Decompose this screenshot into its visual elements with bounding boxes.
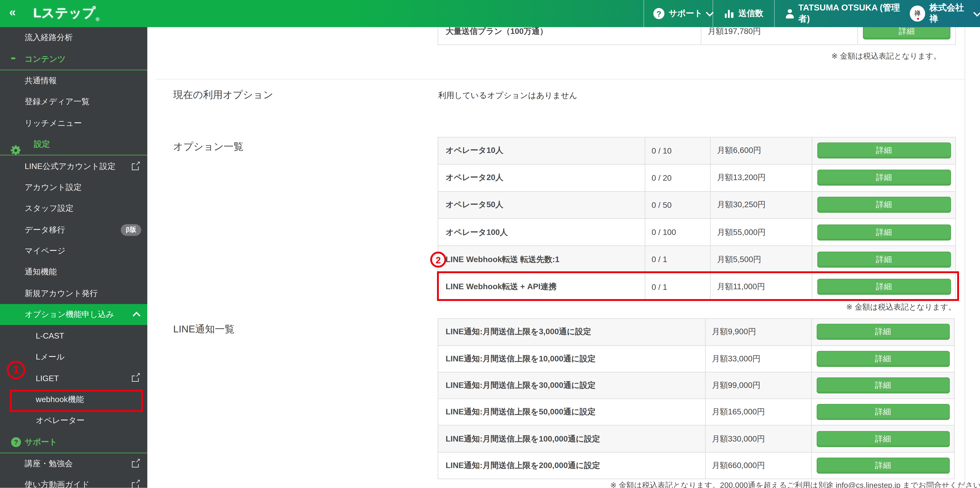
detail-button[interactable]: 詳細 [817,142,951,158]
detail-button[interactable]: 詳細 [816,377,950,394]
sidebar-section-contents: コンテンツ [0,48,147,70]
question-icon: ? [11,437,21,447]
detail-button[interactable]: 詳細 [816,458,950,474]
send-count-menu[interactable]: 送信数 [725,0,764,27]
row-name: LINE通知:月間送信上限を200,000通に設定 [438,460,705,471]
option-list-label: オプション一覧 [173,140,243,153]
row-name: LINE通知:月間送信上限を10,000通に設定 [438,353,705,364]
sidebar-item-rich-menu[interactable]: リッチメニュー [0,113,147,134]
row-price: 月額9,900円 [706,327,811,338]
table-row: LINE通知:月間送信上限を30,000通に設定 月額99,000円 詳細 [438,372,955,399]
detail-button[interactable]: 詳細 [816,351,950,367]
sidebar-item-option-application[interactable]: オプション機能申し込み [0,304,147,325]
page: 大量送信プラン（100万通） 月額197,780円 詳細 ※ 金額は税込表記とな… [0,0,980,488]
sidebar-item-my-page[interactable]: マイページ [0,241,147,262]
chevron-up-icon [132,312,140,320]
detail-button[interactable]: 詳細 [817,170,951,186]
row-price: 月額330,000円 [706,433,811,445]
person-icon [785,9,794,18]
table-row: LINE通知:月間送信上限を50,000通に設定 月額165,000円 詳細 [438,399,955,426]
sidebar-section-support: ? サポート [0,431,147,453]
table-row: オペレータ20人 0 / 20 月額13,200円 詳細 [438,164,956,191]
account-menu[interactable]: TATSUMA OTSUKA (管理者) 禅 株式会社禅 [785,0,980,27]
row-price: 月額6,600円 [711,145,812,156]
row-price: 月額660,000円 [706,460,811,471]
sidebar-item-common-info[interactable]: 共通情報 [0,70,147,91]
annotation-circle-1: 1 [7,361,25,379]
row-name: LINE通知:月間送信上限を100,000通に設定 [438,433,705,445]
sidebar-item-seminar[interactable]: 講座・勉強会 ↗ [0,453,147,474]
annotation-circle-2: 2 [430,252,446,268]
current-option-value: 利用しているオプションはありません [438,90,578,101]
row-price: 月額165,000円 [706,407,811,418]
detail-button[interactable]: 詳細 [816,431,950,447]
detail-button[interactable]: 詳細 [817,197,951,213]
top-bar: « Lステップ® ? サポート 送信数 TATSUMA OTSUKA (管理者)… [0,0,980,27]
row-usage: 0 / 50 [645,201,710,210]
main-content: 大量送信プラン（100万通） 月額197,780円 詳細 ※ 金額は税込表記とな… [147,0,980,488]
sidebar-item-staff-settings[interactable]: スタッフ設定 [0,198,147,219]
external-link-icon: ↗ [132,481,139,488]
external-link-icon: ↗ [132,460,139,467]
table-row: LINE通知:月間送信上限を200,000通に設定 月額660,000円 詳細 [438,452,955,479]
bottom-note: ※ 金額は税込表記となります。200,000通を超えるご利用は別途 info@c… [610,480,980,488]
row-name: LINE通知:月間送信上限を30,000通に設定 [438,380,705,391]
tax-note-top: ※ 金額は税込表記となります。 [831,51,941,62]
sidebar-item-operator[interactable]: オペレーター [0,410,147,431]
sidebar-item-inflow-analysis[interactable]: 流入経路分析 [0,27,147,48]
table-row: LINE通知:月間送信上限を100,000通に設定 月額330,000円 詳細 [438,426,955,452]
row-name: オペレータ100人 [438,227,645,238]
detail-button[interactable]: 詳細 [817,252,951,268]
gear-icon [11,146,20,155]
row-usage: 0 / 20 [645,173,710,182]
row-price: 月額13,200円 [711,172,812,183]
question-icon: ? [653,8,664,19]
content-right-border [964,27,965,488]
beta-badge: β版 [121,224,141,236]
row-name: LINE Webhook転送 転送先数:1 [438,254,645,265]
detail-button[interactable]: 詳細 [816,404,950,420]
sidebar: 流入経路分析 コンテンツ 共通情報 登録メディア一覧 リッチメニュー 設定 LI… [0,27,147,488]
line-notify-label: LINE通知一覧 [173,323,235,336]
sidebar-item-media-list[interactable]: 登録メディア一覧 [0,91,147,113]
row-name: オペレータ20人 [438,172,645,183]
row-name: LINE通知:月間送信上限を50,000通に設定 [438,407,705,418]
sidebar-item-line-official-settings[interactable]: LINE公式アカウント設定 ↗ [0,156,147,177]
plan-price: 月額197,780円 [702,26,858,37]
row-price: 月額99,000円 [706,380,811,391]
row-name: LINE通知:月間送信上限を3,000通に設定 [438,327,705,338]
sidebar-item-notification[interactable]: 通知機能 [0,262,147,283]
table-row: LINE通知:月間送信上限を3,000通に設定 月額9,900円 詳細 [438,319,955,345]
external-link-icon: ↗ [132,375,139,382]
row-price: 月額5,500円 [711,254,812,265]
row-name: オペレータ50人 [438,199,645,211]
sidebar-item-data-migration[interactable]: データ移行 β版 [0,219,147,241]
header-divider [713,0,713,27]
company-name: 株式会社禅 [929,2,970,25]
header-divider [774,0,775,27]
sidebar-item-account-settings[interactable]: アカウント設定 [0,177,147,198]
detail-button[interactable]: 詳細 [816,324,950,340]
sidebar-item-video-guide[interactable]: 使い方動画ガイド ↗ [0,474,147,488]
row-usage: 0 / 100 [645,228,710,237]
table-row: オペレータ50人 0 / 50 月額30,250円 詳細 [438,191,956,219]
sidebar-section-settings: 設定 [0,134,147,155]
line-notify-table: LINE通知:月間送信上限を3,000通に設定 月額9,900円 詳細 LINE… [438,318,955,479]
row-usage: 0 / 1 [645,255,710,264]
header-divider [643,0,644,27]
row-name: オペレータ10人 [438,145,645,156]
chevron-down-icon [974,8,980,16]
detail-button[interactable]: 詳細 [817,224,951,240]
row-price: 月額30,250円 [711,199,812,211]
section-divider [156,79,965,80]
user-name: TATSUMA OTSUKA (管理者) [799,2,906,25]
row-usage: 0 / 10 [645,146,710,155]
sidebar-item-lcast[interactable]: L-CAST [0,325,147,346]
table-row: LINE Webhook転送 転送先数:1 0 / 1 月額5,500円 詳細 [438,246,956,273]
collapse-sidebar-icon[interactable]: « [9,6,16,19]
row-price: 月額55,000円 [711,227,812,238]
table-row: オペレータ100人 0 / 100 月額55,000円 詳細 [438,219,956,246]
support-menu[interactable]: ? サポート [653,0,713,27]
sidebar-item-new-account[interactable]: 新規アカウント発行 [0,283,147,304]
tax-note-middle: ※ 金額は税込表記となります。 [846,302,956,313]
